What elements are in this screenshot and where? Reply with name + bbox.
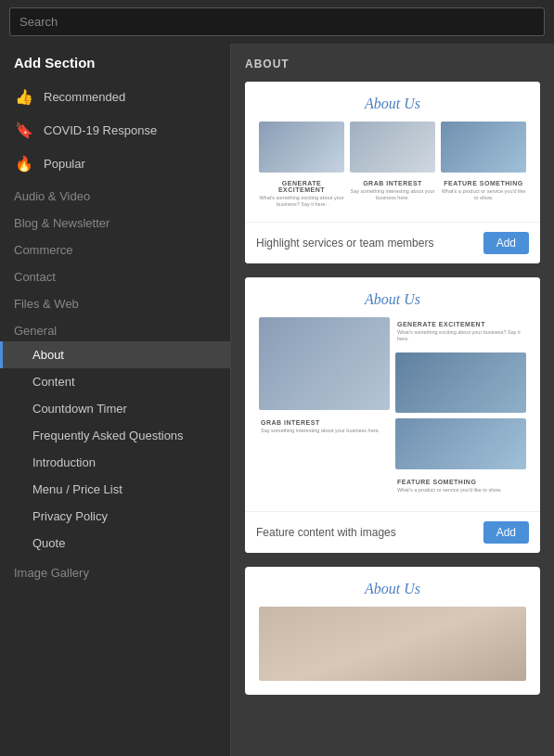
sidebar-item-about[interactable]: About [0, 341, 230, 368]
about2-feature-title-2: GRAB INTEREST [261, 419, 388, 426]
sidebar-item-faq[interactable]: Frequently Asked Questions [0, 422, 230, 449]
sidebar-item-menu-price-list[interactable]: Menu / Price List [0, 476, 230, 503]
card-2-add-button[interactable]: Add [483, 521, 529, 544]
feature-item-1: GENERATE EXCITEMENT What's something exc… [259, 180, 344, 208]
sidebar-category-image-gallery[interactable]: Image Gallery [0, 557, 230, 583]
sidebar-item-content[interactable]: Content [0, 368, 230, 395]
about-card-3: About Us [245, 567, 540, 695]
about3-img-inner [259, 607, 526, 681]
search-input[interactable] [9, 7, 545, 36]
sidebar-category-blog-newsletter[interactable]: Blog & Newsletter [0, 207, 230, 234]
feature-item-3: FEATURE SOMETHING What's a product or se… [441, 180, 526, 208]
about3-big-img [259, 607, 526, 681]
fire-icon: 🔥 [14, 153, 34, 173]
sidebar-category-contact[interactable]: Contact [0, 261, 230, 288]
about-card-1: About Us GENERATE EXCITEMENT What's some… [245, 82, 540, 263]
sidebar-item-introduction[interactable]: Introduction [0, 449, 230, 476]
about2-feature-block-3: FEATURE SOMETHING What's a product or se… [395, 475, 526, 497]
about2-right: GENERATE EXCITEMENT What's something exc… [395, 317, 526, 496]
main-layout: Add Section 👍 Recommended 🔖 COVID-19 Res… [0, 44, 554, 756]
sidebar-item-covid19[interactable]: 🔖 COVID-19 Response [0, 113, 230, 147]
about2-feature-title-3: FEATURE SOMETHING [397, 479, 524, 485]
about2-medium-img [395, 352, 526, 413]
sidebar-item-covid19-label: COVID-19 Response [44, 123, 157, 137]
sidebar: Add Section 👍 Recommended 🔖 COVID-19 Res… [0, 44, 230, 756]
about-img-3 [441, 122, 526, 173]
feature-item-2: GRAB INTEREST Say something interesting … [350, 180, 435, 208]
card-1-add-button[interactable]: Add [483, 232, 529, 254]
about-preview-3: About Us [245, 567, 540, 695]
content-section-label: ABOUT [245, 58, 540, 70]
sidebar-item-quote[interactable]: Quote [0, 530, 230, 557]
feature-label-1: GENERATE EXCITEMENT [259, 180, 344, 193]
card-2-footer: Feature content with images Add [245, 511, 540, 553]
sidebar-title: Add Section [0, 44, 230, 80]
sidebar-category-audio-video[interactable]: Audio & Video [0, 180, 230, 207]
feature-label-3: FEATURE SOMETHING [441, 180, 526, 186]
about-title-2: About Us [259, 291, 526, 308]
feature-label-2: GRAB INTEREST [350, 180, 435, 186]
about2-big-img [259, 317, 390, 410]
sidebar-item-privacy-policy[interactable]: Privacy Policy [0, 503, 230, 530]
search-bar [0, 0, 554, 44]
card-1-footer: Highlight services or team members Add [245, 222, 540, 263]
about-preview-1: About Us GENERATE EXCITEMENT What's some… [245, 82, 540, 222]
sidebar-category-files-web[interactable]: Files & Web [0, 288, 230, 314]
sidebar-item-popular-label: Popular [44, 157, 85, 171]
content-area: ABOUT About Us GENERATE EXCITEMENT What'… [231, 44, 554, 756]
sidebar-item-recommended[interactable]: 👍 Recommended [0, 80, 230, 113]
sidebar-item-countdown-timer[interactable]: Countdown Timer [0, 395, 230, 422]
about-img-1 [259, 122, 344, 173]
about-title-1: About Us [259, 96, 526, 112]
sidebar-item-recommended-label: Recommended [44, 90, 125, 104]
about2-feature-block-1: GENERATE EXCITEMENT What's something exc… [395, 317, 526, 346]
about-title-3: About Us [259, 581, 526, 597]
about-card-2: About Us GRAB INTEREST Say something int… [245, 277, 540, 552]
bookmark-icon: 🔖 [14, 120, 34, 140]
card-2-footer-text: Feature content with images [256, 526, 396, 539]
about2-layout: GRAB INTEREST Say something interesting … [259, 317, 526, 496]
about2-feature-desc-2: Say something interesting about your bus… [261, 428, 388, 434]
about-features-row: GENERATE EXCITEMENT What's something exc… [259, 180, 526, 208]
about2-feature-block-2: GRAB INTEREST Say something interesting … [259, 416, 390, 438]
about2-small-img [395, 418, 526, 469]
sidebar-item-popular[interactable]: 🔥 Popular [0, 147, 230, 180]
sidebar-category-general[interactable]: General [0, 314, 230, 341]
thumbs-up-icon: 👍 [14, 86, 34, 107]
about-images-row [259, 122, 526, 173]
about2-feature-desc-1: What's something exciting about your bus… [397, 329, 524, 342]
about-preview-2: About Us GRAB INTEREST Say something int… [245, 277, 540, 510]
about2-feature-title-1: GENERATE EXCITEMENT [397, 321, 524, 327]
feature-desc-1: What's something exciting about your bus… [259, 195, 344, 208]
feature-desc-2: Say something interesting about your bus… [350, 188, 435, 201]
feature-desc-3: What's a product or service you'd like t… [441, 188, 526, 201]
about2-left: GRAB INTEREST Say something interesting … [259, 317, 390, 496]
card-1-footer-text: Highlight services or team members [256, 237, 433, 250]
about2-feature-desc-3: What's a product or service you'd like t… [397, 487, 524, 493]
sidebar-category-commerce[interactable]: Commerce [0, 234, 230, 261]
about-img-2 [350, 122, 435, 173]
